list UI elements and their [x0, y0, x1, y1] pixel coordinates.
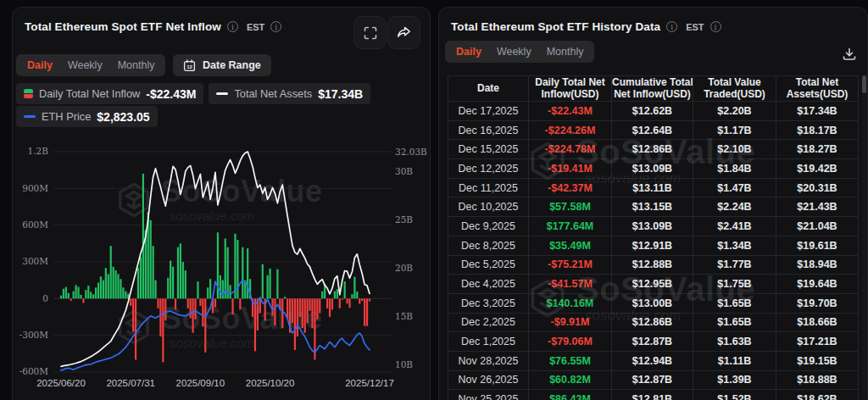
legend-label: Total Net Assets	[234, 87, 312, 100]
right-axis-labels: 32.03B30B25B20B15B10B	[395, 147, 427, 369]
calendar-icon: 12	[183, 59, 196, 72]
tab-weekly[interactable]: Weekly	[490, 41, 538, 63]
timezone-label: EST	[247, 22, 264, 32]
scrollbar-thumb[interactable]	[862, 75, 866, 93]
info-icon[interactable]: i	[270, 21, 281, 32]
svg-text:10B: 10B	[395, 359, 413, 369]
left-axis-labels: 1.2B900M600M300M0-300M-600M	[19, 146, 49, 376]
table-scrollbar	[862, 75, 866, 399]
tab-daily[interactable]: Daily	[449, 41, 488, 63]
table-panel-header: Total Ethereum Spot ETF History Data i E…	[451, 20, 721, 33]
table-row: Dec 12,2025-$19.41M$13.09B$1.84B$19.42B	[448, 159, 859, 179]
column-header: Daily Total NetInflow(USD)	[529, 76, 612, 102]
white-dash-icon	[216, 92, 228, 96]
table-title: Total Ethereum Spot ETF History Data	[451, 20, 660, 33]
table-row: Dec 9,2025$177.64M$13.09B$2.41B$21.04B	[448, 217, 859, 236]
table-row: Dec 16,2025-$224.26M$12.64B$1.17B$18.17B	[448, 120, 859, 140]
history-table-container: DateDaily Total NetInflow(USD)Cumulative…	[448, 75, 860, 400]
date-range-label: Date Range	[203, 59, 261, 71]
chart-legend-row-2: ETH Price $2,823.05	[16, 106, 158, 127]
legend-eth-price[interactable]: ETH Price $2,823.05	[16, 106, 158, 127]
svg-text:1.2B: 1.2B	[28, 146, 49, 156]
share-button[interactable]	[387, 16, 420, 49]
page-title: Total Ethereum Spot ETF Net Inflow	[25, 20, 221, 33]
svg-text:2025/06/20: 2025/06/20	[36, 378, 86, 388]
blue-dash-icon	[24, 115, 36, 119]
table-row: Dec 5,2025-$75.21M$12.88B$1.77B$18.94B	[448, 255, 859, 275]
svg-text:20B: 20B	[395, 263, 413, 273]
chart-legend-row-1: Daily Total Net Inflow -$22.43M Total Ne…	[16, 83, 370, 104]
legend-label: ETH Price	[42, 110, 91, 123]
column-header: Total NetAssets(USD)	[776, 76, 859, 102]
table-row: Nov 26,2025$60.82M$12.87B$1.39B$18.88B	[448, 370, 859, 390]
chart-panel-header: Total Ethereum Spot ETF Net Inflow i EST…	[25, 20, 281, 33]
svg-text:32.03B: 32.03B	[395, 147, 427, 157]
legend-total-net-assets[interactable]: Total Net Assets $17.34B	[209, 83, 370, 104]
column-header: Date	[448, 76, 529, 102]
legend-daily-net-inflow[interactable]: Daily Total Net Inflow -$22.43M	[16, 83, 203, 104]
history-data-panel: Total Ethereum Spot ETF History Data i E…	[438, 7, 868, 400]
table-row: Nov 28,2025$76.55M$12.94B$1.11B$19.15B	[448, 351, 859, 370]
table-row: Dec 2,2025-$9.91M$12.86B$1.65B$18.66B	[448, 313, 859, 332]
chart-period-tabs: Daily Weekly Monthly	[16, 54, 165, 76]
table-row: Dec 11,2025-$42.37M$13.11B$1.47B$20.31B	[448, 178, 859, 197]
legend-value: $17.34B	[318, 87, 363, 101]
download-icon	[842, 47, 857, 62]
table-row: Dec 4,2025-$41.57M$12.95B$1.75B$19.64B	[448, 275, 859, 294]
net-assets-line	[61, 152, 370, 366]
svg-text:600M: 600M	[22, 219, 48, 230]
tab-monthly[interactable]: Monthly	[111, 54, 162, 76]
fullscreen-icon	[363, 25, 378, 41]
svg-text:2025/10/20: 2025/10/20	[246, 378, 295, 388]
table-row: Dec 10,2025$57.58M$13.15B$2.24B$21.43B	[448, 197, 859, 217]
svg-text:15B: 15B	[395, 311, 413, 321]
info-icon[interactable]: i	[227, 21, 238, 32]
date-range-button[interactable]: 12 Date Range	[173, 54, 271, 76]
table-row: Nov 25,2025$86.43M$12.81B$1.52B$18.62B	[448, 390, 859, 400]
svg-text:30B: 30B	[395, 166, 413, 176]
eth-price-line	[61, 281, 370, 370]
legend-label: Daily Total Net Inflow	[39, 87, 140, 100]
table-period-tabs: Daily Weekly Monthly	[445, 41, 594, 63]
svg-text:-600M: -600M	[19, 366, 49, 376]
svg-text:-300M: -300M	[19, 330, 49, 340]
tab-weekly[interactable]: Weekly	[61, 54, 109, 76]
info-icon[interactable]: i	[666, 21, 677, 32]
tab-monthly[interactable]: Monthly	[540, 41, 591, 63]
share-icon	[396, 25, 412, 41]
svg-text:2025/09/10: 2025/09/10	[176, 378, 225, 388]
timezone-label: EST	[686, 22, 704, 32]
svg-text:25B: 25B	[395, 214, 413, 225]
column-header: Total ValueTraded(USD)	[693, 76, 776, 102]
legend-value: -$22.43M	[146, 87, 196, 101]
inflow-candle-icon	[24, 89, 33, 98]
history-table: DateDaily Total NetInflow(USD)Cumulative…	[448, 75, 859, 400]
download-button[interactable]	[838, 43, 860, 65]
table-row: Dec 1,2025-$79.06M$12.87B$1.63B$17.21B	[448, 332, 859, 352]
svg-text:900M: 900M	[22, 183, 48, 193]
svg-text:2025/12/17: 2025/12/17	[345, 378, 394, 388]
svg-text:300M: 300M	[22, 256, 48, 266]
chart-canvas[interactable]: 1.2B900M600M300M0-300M-600M32.03B30B25B2…	[0, 127, 434, 400]
table-row: Dec 8,2025$35.49M$12.91B$1.34B$19.61B	[448, 236, 859, 255]
table-row: Dec 17,2025-$22.43M$12.62B$2.20B$17.34B	[448, 102, 859, 121]
tab-daily[interactable]: Daily	[20, 54, 59, 76]
x-axis-labels: 2025/06/202025/07/312025/09/102025/10/20…	[36, 378, 394, 388]
legend-value: $2,823.05	[97, 110, 149, 124]
table-row: Dec 3,2025$140.16M$13.00B$1.65B$19.70B	[448, 293, 859, 313]
svg-text:2025/07/31: 2025/07/31	[106, 378, 155, 388]
inflow-bars	[60, 174, 370, 362]
svg-text:12: 12	[186, 64, 192, 69]
fullscreen-button[interactable]	[353, 16, 387, 49]
info-icon[interactable]: i	[710, 21, 721, 32]
svg-text:0: 0	[42, 293, 48, 303]
column-header: Cumulative TotalNet Inflow(USD)	[612, 76, 693, 102]
table-row: Dec 15,2025-$224.78M$12.86B$2.10B$18.27B	[448, 140, 859, 159]
